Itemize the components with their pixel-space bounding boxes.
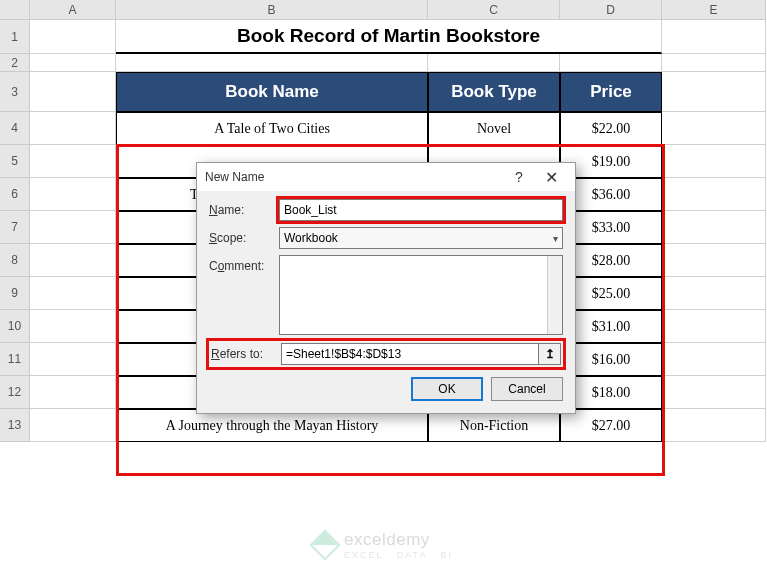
cell[interactable] — [662, 178, 766, 211]
refers-label: Refers to: — [211, 343, 281, 361]
new-name-dialog: New Name ? ✕ Name: Scope: Workbook ▾ Com… — [196, 162, 576, 414]
cell[interactable] — [30, 277, 116, 310]
cell[interactable] — [560, 54, 662, 72]
row-header-4[interactable]: 4 — [0, 112, 30, 145]
scope-label: Scope: — [209, 227, 279, 245]
cell[interactable] — [30, 178, 116, 211]
cell[interactable] — [662, 211, 766, 244]
scroll-up-icon[interactable]: ▴ — [555, 258, 560, 268]
cell[interactable] — [30, 310, 116, 343]
cell[interactable] — [30, 244, 116, 277]
table-cell-price[interactable]: $22.00 — [560, 112, 662, 145]
row-header-1[interactable]: 1 — [0, 20, 30, 54]
name-label: Name: — [209, 199, 279, 217]
help-button[interactable]: ? — [503, 163, 535, 191]
row-header-13[interactable]: 13 — [0, 409, 30, 442]
cancel-button[interactable]: Cancel — [491, 377, 563, 401]
row-header-12[interactable]: 12 — [0, 376, 30, 409]
cell[interactable] — [662, 277, 766, 310]
page-title[interactable]: Book Record of Martin Bookstore — [116, 20, 662, 54]
cell[interactable] — [116, 54, 428, 72]
ok-button[interactable]: OK — [411, 377, 483, 401]
row-header-11[interactable]: 11 — [0, 343, 30, 376]
cell[interactable] — [662, 112, 766, 145]
cell[interactable] — [662, 20, 766, 54]
cell[interactable] — [662, 54, 766, 72]
table-header-type[interactable]: Book Type — [428, 72, 560, 112]
cell[interactable] — [30, 72, 116, 112]
table-cell-name[interactable]: A Tale of Two Cities — [116, 112, 428, 145]
select-all-corner[interactable] — [0, 0, 30, 20]
range-picker-button[interactable]: ↥ — [539, 343, 561, 365]
cell[interactable] — [662, 244, 766, 277]
row-header-10[interactable]: 10 — [0, 310, 30, 343]
table-cell-type[interactable]: Novel — [428, 112, 560, 145]
row-header-2[interactable]: 2 — [0, 54, 30, 72]
col-header-D[interactable]: D — [560, 0, 662, 20]
cell[interactable] — [30, 376, 116, 409]
scope-select[interactable]: Workbook ▾ — [279, 227, 563, 249]
cell[interactable] — [30, 112, 116, 145]
table-header-name[interactable]: Book Name — [116, 72, 428, 112]
row-header-5[interactable]: 5 — [0, 145, 30, 178]
watermark-brand: exceldemy — [344, 530, 453, 550]
cell[interactable] — [30, 343, 116, 376]
watermark-tagline: EXCEL · DATA · BI — [344, 550, 453, 560]
chevron-down-icon: ▾ — [553, 233, 558, 244]
refers-to-input[interactable] — [281, 343, 539, 365]
row-header-9[interactable]: 9 — [0, 277, 30, 310]
cell[interactable] — [30, 211, 116, 244]
row-header-7[interactable]: 7 — [0, 211, 30, 244]
cell[interactable] — [30, 145, 116, 178]
cell[interactable] — [428, 54, 560, 72]
dialog-title: New Name — [205, 170, 503, 184]
watermark: exceldemy EXCEL · DATA · BI — [0, 530, 767, 560]
row-header-3[interactable]: 3 — [0, 72, 30, 112]
cell[interactable] — [662, 145, 766, 178]
col-header-A[interactable]: A — [30, 0, 116, 20]
comment-label: Comment: — [209, 255, 279, 273]
cell[interactable] — [662, 72, 766, 112]
comment-textarea[interactable]: ▴ ▾ — [279, 255, 563, 335]
cell[interactable] — [30, 54, 116, 72]
cell[interactable] — [662, 343, 766, 376]
close-button[interactable]: ✕ — [535, 163, 567, 191]
row-header-6[interactable]: 6 — [0, 178, 30, 211]
cell[interactable] — [662, 310, 766, 343]
table-header-price[interactable]: Price — [560, 72, 662, 112]
cell[interactable] — [662, 409, 766, 442]
scope-value: Workbook — [284, 231, 338, 245]
row-header-8[interactable]: 8 — [0, 244, 30, 277]
col-header-B[interactable]: B — [116, 0, 428, 20]
col-header-C[interactable]: C — [428, 0, 560, 20]
cell[interactable] — [30, 20, 116, 54]
scroll-down-icon[interactable]: ▾ — [555, 322, 560, 332]
cell[interactable] — [30, 409, 116, 442]
name-input[interactable] — [279, 199, 563, 221]
logo-icon — [310, 529, 341, 560]
dialog-titlebar[interactable]: New Name ? ✕ — [197, 163, 575, 191]
collapse-dialog-icon: ↥ — [545, 347, 555, 361]
col-header-E[interactable]: E — [662, 0, 766, 20]
cell[interactable] — [662, 376, 766, 409]
